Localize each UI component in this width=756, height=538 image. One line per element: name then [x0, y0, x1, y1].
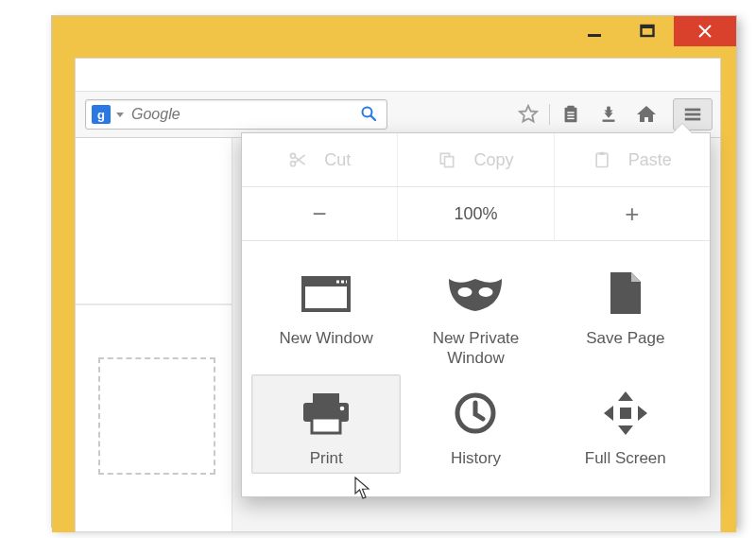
downloads-button[interactable]: [590, 99, 627, 130]
toolbar-separator: [549, 104, 550, 125]
zoom-row: − 100% +: [242, 187, 710, 241]
svg-rect-32: [620, 408, 631, 419]
svg-rect-9: [567, 118, 574, 119]
svg-rect-10: [603, 120, 615, 122]
window-titlebar: [52, 16, 736, 58]
paste-button[interactable]: Paste: [554, 133, 710, 186]
menu-grid: New WindowNew Private WindowSave PagePri…: [242, 241, 710, 496]
svg-rect-24: [346, 281, 347, 284]
tile-label: New Window: [280, 328, 373, 348]
svg-rect-0: [588, 34, 601, 37]
menu-tile-new-private-window[interactable]: New Private Window: [401, 254, 550, 374]
svg-rect-8: [567, 114, 574, 115]
scissors-icon: [288, 150, 307, 169]
svg-rect-29: [312, 418, 340, 433]
paste-icon: [593, 150, 611, 169]
tile-label: Save Page: [586, 328, 664, 348]
search-icon[interactable]: [360, 105, 377, 125]
svg-point-30: [340, 406, 345, 410]
svg-rect-7: [567, 112, 574, 113]
print-icon: [300, 386, 352, 441]
paste-label: Paste: [628, 150, 672, 170]
cut-label: Cut: [324, 150, 351, 170]
google-logo-letter: g: [97, 108, 105, 122]
zoom-out-button[interactable]: −: [242, 187, 397, 240]
menu-tile-print[interactable]: Print: [251, 374, 401, 474]
svg-line-4: [371, 115, 376, 120]
browser-window: g: [51, 15, 737, 528]
copy-icon: [438, 150, 456, 169]
fullscreen-icon: [602, 386, 649, 441]
svg-rect-11: [685, 109, 701, 112]
tile-label: Full Screen: [585, 448, 666, 468]
svg-rect-17: [445, 157, 454, 167]
download-icon: [598, 104, 619, 125]
panel-arrow: [672, 124, 693, 134]
tile-label: History: [451, 448, 501, 468]
clipboard-icon: [560, 104, 581, 125]
mask-icon: [447, 266, 504, 321]
tile-label: New Private Window: [433, 328, 520, 369]
close-button[interactable]: [674, 16, 736, 46]
clock-icon: [454, 386, 497, 441]
chevron-down-icon[interactable]: [116, 113, 124, 117]
zoom-level: 100%: [397, 187, 553, 240]
home-button[interactable]: [627, 99, 665, 130]
svg-rect-5: [565, 108, 577, 123]
menu-tile-save-page[interactable]: Save Page: [551, 254, 700, 374]
search-input[interactable]: [131, 106, 354, 123]
minimize-button[interactable]: [568, 16, 621, 46]
tab-strip: [76, 59, 720, 91]
svg-rect-2: [642, 26, 654, 28]
main-toolbar: g: [76, 91, 720, 138]
window-icon: [301, 266, 352, 321]
maximize-button[interactable]: [621, 16, 674, 46]
star-icon: [518, 104, 539, 125]
menu-tile-full-screen[interactable]: Full Screen: [551, 374, 700, 474]
search-engine-button[interactable]: g: [92, 105, 111, 124]
mouse-cursor: [354, 477, 373, 501]
svg-rect-23: [341, 281, 344, 284]
svg-rect-18: [596, 153, 608, 166]
zoom-in-button[interactable]: +: [554, 187, 710, 240]
copy-button[interactable]: Copy: [397, 133, 553, 186]
svg-point-26: [479, 287, 493, 297]
hamburger-icon: [682, 104, 703, 125]
tile-label: Print: [310, 448, 343, 468]
content-area: Cut Copy: [76, 138, 720, 531]
svg-rect-27: [313, 393, 339, 403]
hamburger-menu-panel: Cut Copy: [241, 132, 711, 497]
reader-button[interactable]: [552, 99, 590, 130]
copy-label: Copy: [473, 150, 513, 170]
svg-point-25: [458, 287, 472, 297]
svg-rect-12: [685, 113, 701, 116]
bookmark-star-button[interactable]: [509, 99, 547, 130]
page-left-panel: [76, 138, 232, 531]
search-box[interactable]: g: [85, 99, 387, 130]
page-icon: [607, 266, 644, 321]
home-icon: [635, 103, 658, 126]
cut-button[interactable]: Cut: [242, 133, 397, 186]
close-icon: [697, 24, 713, 39]
maximize-icon: [639, 23, 656, 40]
svg-rect-13: [685, 118, 701, 121]
dropzone-placeholder: [98, 357, 215, 475]
svg-rect-22: [336, 281, 339, 284]
svg-rect-19: [599, 152, 604, 155]
clipboard-row: Cut Copy: [242, 133, 710, 187]
menu-tile-history[interactable]: History: [401, 374, 550, 474]
browser-chrome: g: [75, 58, 721, 532]
svg-rect-6: [567, 106, 574, 110]
menu-tile-new-window[interactable]: New Window: [251, 254, 401, 374]
minimize-icon: [586, 23, 603, 40]
